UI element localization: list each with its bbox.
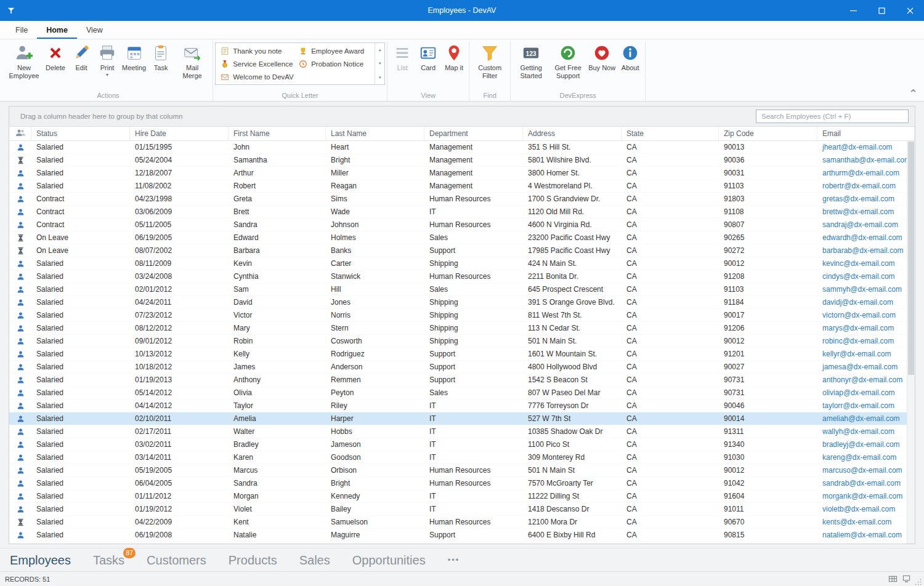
cell-email[interactable]: robertr@dx-email.com: [817, 180, 907, 192]
nav-tab-tasks[interactable]: Tasks87: [93, 553, 124, 568]
employee-row[interactable]: Salaried10/13/2012KellyRodriguezSupport1…: [9, 348, 915, 361]
cell-email[interactable]: wallyh@dx-email.com: [817, 425, 907, 438]
cell-email[interactable]: marys@dx-email.com: [817, 322, 907, 334]
buy-now-button[interactable]: Buy Now: [586, 41, 617, 73]
custom-filter-button[interactable]: Custom Filter: [471, 41, 508, 81]
layout-icon[interactable]: [899, 573, 913, 585]
get-free-support-button[interactable]: Get Free Support: [549, 41, 586, 81]
cell-email[interactable]: sandraj@dx-email.com: [817, 219, 907, 231]
column-header-department[interactable]: Department: [424, 127, 523, 140]
cell-email[interactable]: sammyh@dx-email.com: [817, 283, 907, 295]
column-header-last_name[interactable]: Last Name: [326, 127, 424, 140]
cell-email[interactable]: morgank@dx-email.com: [817, 490, 907, 502]
gallery-expand-button[interactable]: ▾: [375, 71, 384, 84]
cell-email[interactable]: bradleyj@dx-email.com: [817, 438, 907, 451]
cell-email[interactable]: marcuso@dx-email.com: [817, 464, 907, 476]
nav-tab-overflow[interactable]: •••: [448, 553, 460, 568]
vertical-scrollbar[interactable]: [907, 141, 915, 544]
cell-email[interactable]: ameliah@dx-email.com: [817, 412, 907, 425]
employee-row[interactable]: Salaried02/17/2011WalterHobbsIT10385 Sha…: [9, 425, 915, 438]
cell-email[interactable]: gretas@dx-email.com: [817, 193, 907, 205]
employee-row[interactable]: Salaried07/23/2012VictorNorrisShipping81…: [9, 309, 915, 322]
column-header-state[interactable]: State: [622, 127, 719, 140]
column-header-zip[interactable]: Zip Code: [719, 127, 817, 140]
cell-email[interactable]: nataliem@dx-email.com: [817, 529, 907, 541]
nav-tab-opportunities[interactable]: Opportunities: [352, 553, 426, 568]
print-button[interactable]: Print▾: [94, 41, 120, 78]
minimize-button[interactable]: [839, 0, 867, 21]
employee-row[interactable]: Salaried06/19/2008NatalieMaguirreSupport…: [9, 529, 915, 542]
employee-row[interactable]: Salaried11/08/2002RobertReaganManagement…: [9, 180, 915, 193]
getting-started-button[interactable]: 123Getting Started: [513, 41, 549, 81]
maximize-button[interactable]: [867, 0, 896, 21]
cell-email[interactable]: cindys@dx-email.com: [817, 270, 907, 283]
employee-row[interactable]: Salaried03/24/2008CynthiaStanwickHuman R…: [9, 270, 915, 283]
cell-email[interactable]: violetb@dx-email.com: [817, 503, 907, 515]
cell-email[interactable]: oliviap@dx-email.com: [817, 387, 907, 399]
cell-email[interactable]: kents@dx-email.com: [817, 516, 907, 528]
cell-email[interactable]: davidj@dx-email.com: [817, 296, 907, 308]
employee-row[interactable]: Salaried01/15/1995JohnHeartManagement351…: [9, 141, 915, 154]
column-header-hire_date[interactable]: Hire Date: [130, 127, 229, 140]
menu-tab-view[interactable]: View: [77, 22, 112, 39]
nav-tab-customers[interactable]: Customers: [147, 553, 206, 568]
employee-row[interactable]: Salaried02/01/2012SamHillSales645 Prospe…: [9, 283, 915, 296]
employee-row[interactable]: Salaried10/18/2012JamesAndersonSupport48…: [9, 361, 915, 374]
employee-row[interactable]: Salaried02/10/2011AmeliaHarperIT527 W 7t…: [9, 412, 915, 425]
nav-tab-employees[interactable]: Employees: [10, 553, 71, 568]
grid-view-icon[interactable]: [886, 573, 899, 585]
cell-email[interactable]: victorn@dx-email.com: [817, 309, 907, 321]
mail-merge-button[interactable]: Mail Merge: [174, 41, 211, 81]
resize-grip[interactable]: [913, 573, 922, 585]
employee-row[interactable]: Salaried05/24/2004SamanthaBrightManageme…: [9, 154, 915, 167]
quick-letter-employee-award[interactable]: Employee Award: [295, 44, 373, 57]
employee-row[interactable]: Contract04/23/1998GretaSimsHuman Resourc…: [9, 193, 915, 206]
cell-email[interactable]: arthurm@dx-email.com: [817, 167, 907, 179]
employee-row[interactable]: Salaried08/11/2009KevinCarterShipping424…: [9, 257, 915, 270]
cell-email[interactable]: jamesa@dx-email.com: [817, 361, 907, 373]
cell-email[interactable]: kevinc@dx-email.com: [817, 257, 907, 270]
employee-row[interactable]: On Leave06/19/2005EdwardHolmesSales23200…: [9, 231, 915, 244]
quick-letter-probation-notice[interactable]: Probation Notice: [295, 57, 373, 70]
employee-row[interactable]: Salaried04/22/2009KentSamuelsonHuman Res…: [9, 516, 915, 529]
app-icon[interactable]: [0, 6, 22, 15]
column-header-address[interactable]: Address: [523, 127, 622, 140]
cell-email[interactable]: kareng@dx-email.com: [817, 451, 907, 464]
close-button[interactable]: [896, 0, 924, 21]
cell-email[interactable]: robinc@dx-email.com: [817, 335, 907, 347]
employee-row[interactable]: Salaried04/14/2012TaylorRileyIT7776 Torr…: [9, 399, 915, 412]
column-header-status[interactable]: Status: [31, 127, 130, 140]
employee-row[interactable]: Salaried05/14/2012OliviaPeytonSales807 W…: [9, 387, 915, 399]
ribbon-collapse-button[interactable]: [910, 87, 917, 96]
employee-row[interactable]: Contract03/06/2009BrettWadeIT1120 Old Mi…: [9, 206, 915, 219]
employee-row[interactable]: On Leave08/07/2002BarbaraBanksSupport179…: [9, 244, 915, 257]
employee-row[interactable]: Contract05/11/2005SandraJohnsonHuman Res…: [9, 219, 915, 231]
employee-row[interactable]: Salaried08/12/2012MarySternShipping113 N…: [9, 322, 915, 335]
edit-button[interactable]: Edit: [68, 41, 94, 73]
column-header-icon[interactable]: [9, 127, 31, 140]
gallery-up-button[interactable]: ▴: [375, 43, 384, 57]
cell-email[interactable]: brettw@dx-email.com: [817, 206, 907, 218]
nav-tab-sales[interactable]: Sales: [299, 553, 330, 568]
scrollbar-thumb[interactable]: [908, 142, 914, 375]
employee-row[interactable]: Salaried01/19/2012VioletBaileyIT1418 Des…: [9, 503, 915, 516]
employee-row[interactable]: Salaried03/02/2011BradleyJamesonIT1100 P…: [9, 438, 915, 451]
cell-email[interactable]: kellyr@dx-email.com: [817, 348, 907, 360]
cell-email[interactable]: jheart@dx-email.com: [817, 141, 907, 153]
employee-row[interactable]: Salaried01/11/2012MorganKennedyIT11222 D…: [9, 490, 915, 503]
quick-letter-thank-you-note[interactable]: Thank you note: [217, 44, 295, 57]
meeting-button[interactable]: Meeting: [120, 41, 148, 73]
nav-tab-products[interactable]: Products: [229, 553, 277, 568]
quick-letter-welcome-to-devav[interactable]: Welcome to DevAV: [217, 70, 295, 83]
card-button[interactable]: Card: [415, 41, 441, 73]
search-input[interactable]: [756, 110, 909, 123]
employee-row[interactable]: Salaried04/24/2011DavidJonesShipping391 …: [9, 296, 915, 309]
gallery-down-button[interactable]: ▾: [375, 57, 384, 70]
column-header-email[interactable]: Email: [817, 127, 915, 140]
list-button[interactable]: List: [389, 41, 415, 73]
cell-email[interactable]: sandrab@dx-email.com: [817, 477, 907, 489]
about-button[interactable]: About: [617, 41, 643, 73]
cell-email[interactable]: anthonyr@dx-email.com: [817, 374, 907, 386]
employee-row[interactable]: Salaried09/01/2012RobinCosworthShipping5…: [9, 335, 915, 348]
cell-email[interactable]: samanthab@dx-email.com: [817, 154, 907, 166]
